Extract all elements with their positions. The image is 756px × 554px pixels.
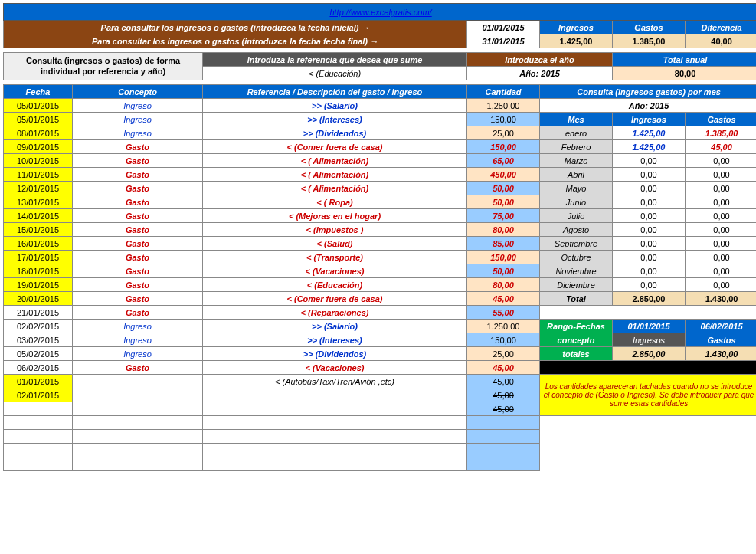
cell-cant[interactable]: 45,00 <box>467 375 540 388</box>
cell-fecha[interactable]: 17/01/2015 <box>4 251 73 264</box>
cell-concepto[interactable]: Gasto <box>73 237 203 251</box>
cell-fecha[interactable]: 01/01/2015 <box>4 375 73 388</box>
cell-concepto[interactable]: Gasto <box>73 264 203 278</box>
cell-ref[interactable]: >> (Intereses) <box>203 113 467 126</box>
year-value[interactable]: Año: 2015 <box>467 67 613 80</box>
cell-ref[interactable]: >> (Salario) <box>203 99 467 113</box>
cell-cant[interactable]: 55,00 <box>467 306 540 320</box>
cell-ref[interactable]: >> (Salario) <box>203 320 467 333</box>
cell-fecha[interactable]: 20/01/2015 <box>4 292 73 306</box>
cell-concepto[interactable] <box>73 388 203 402</box>
cell-concepto[interactable] <box>73 375 203 388</box>
cell-ref[interactable]: < (Mejoras en el hogar) <box>203 209 467 223</box>
cell-cant[interactable]: 50,00 <box>467 195 540 209</box>
cell-fecha[interactable]: 21/01/2015 <box>4 306 73 320</box>
ref-value[interactable]: < (Educación) <box>203 67 467 80</box>
cell-fecha[interactable]: 08/01/2015 <box>4 126 73 140</box>
cell-cant[interactable]: 80,00 <box>467 223 540 237</box>
cell-concepto[interactable]: Gasto <box>73 140 203 154</box>
cell-fecha[interactable]: 14/01/2015 <box>4 209 73 223</box>
cell-cant[interactable]: 1.250,00 <box>467 320 540 333</box>
cell-cant[interactable]: 45,00 <box>467 292 540 306</box>
cell-fecha[interactable] <box>4 402 73 416</box>
cell-cant[interactable]: 85,00 <box>467 237 540 251</box>
cell-ref[interactable]: < (Educación) <box>203 278 467 292</box>
cell-fecha[interactable] <box>4 430 73 444</box>
cell-ref[interactable]: < (Comer fuera de casa) <box>203 292 467 306</box>
cell-concepto[interactable]: Gasto <box>73 209 203 223</box>
cell-cant[interactable]: 150,00 <box>467 251 540 264</box>
cell-ref[interactable]: < (Vacaciones) <box>203 264 467 278</box>
url-bar[interactable]: http://www.excelgratis.com/ <box>4 4 757 21</box>
cell-concepto[interactable] <box>73 416 203 430</box>
cell-fecha[interactable]: 03/02/2015 <box>4 333 73 347</box>
cell-cant[interactable]: 45,00 <box>467 402 540 416</box>
cell-fecha[interactable]: 12/01/2015 <box>4 182 73 195</box>
cell-cant[interactable]: 150,00 <box>467 140 540 154</box>
cell-cant[interactable]: 1.250,00 <box>467 99 540 113</box>
cell-fecha[interactable]: 19/01/2015 <box>4 278 73 292</box>
cell-ref[interactable]: < (Impuestos ) <box>203 223 467 237</box>
cell-concepto[interactable]: Ingreso <box>73 126 203 140</box>
date-start[interactable]: 01/01/2015 <box>467 21 540 34</box>
cell-ref[interactable] <box>203 444 467 457</box>
cell-cant[interactable]: 25,00 <box>467 126 540 140</box>
cell-ref[interactable]: < ( Alimentación) <box>203 182 467 195</box>
cell-ref[interactable] <box>203 402 467 416</box>
date-end[interactable]: 31/01/2015 <box>467 34 540 48</box>
cell-concepto[interactable]: Gasto <box>73 195 203 209</box>
cell-concepto[interactable]: Ingreso <box>73 347 203 361</box>
cell-fecha[interactable]: 16/01/2015 <box>4 237 73 251</box>
cell-ref[interactable]: < ( Ropa) <box>203 195 467 209</box>
cell-concepto[interactable] <box>73 457 203 471</box>
cell-cant[interactable]: 75,00 <box>467 209 540 223</box>
cell-cant[interactable]: 50,00 <box>467 182 540 195</box>
cell-ref[interactable] <box>203 457 467 471</box>
cell-cant[interactable]: 25,00 <box>467 347 540 361</box>
cell-concepto[interactable] <box>73 430 203 444</box>
cell-ref[interactable]: >> (Dividendos) <box>203 126 467 140</box>
cell-cant[interactable]: 45,00 <box>467 361 540 375</box>
cell-cant[interactable] <box>467 457 540 471</box>
cell-fecha[interactable]: 11/01/2015 <box>4 168 73 182</box>
cell-fecha[interactable]: 05/02/2015 <box>4 347 73 361</box>
cell-fecha[interactable]: 15/01/2015 <box>4 223 73 237</box>
cell-ref[interactable] <box>203 430 467 444</box>
cell-ref[interactable] <box>203 388 467 402</box>
cell-fecha[interactable]: 06/02/2015 <box>4 361 73 375</box>
cell-cant[interactable] <box>467 430 540 444</box>
cell-cant[interactable] <box>467 444 540 457</box>
cell-cant[interactable]: 80,00 <box>467 278 540 292</box>
cell-fecha[interactable]: 09/01/2015 <box>4 140 73 154</box>
cell-concepto[interactable]: Gasto <box>73 278 203 292</box>
cell-fecha[interactable]: 05/01/2015 <box>4 113 73 126</box>
cell-concepto[interactable]: Gasto <box>73 223 203 237</box>
cell-cant[interactable]: 50,00 <box>467 264 540 278</box>
cell-ref[interactable]: < ( Alimentación) <box>203 154 467 168</box>
cell-cant[interactable]: 450,00 <box>467 168 540 182</box>
cell-ref[interactable]: < (Reparaciones) <box>203 306 467 320</box>
cell-concepto[interactable]: Gasto <box>73 251 203 264</box>
cell-ref[interactable]: < (Vacaciones) <box>203 361 467 375</box>
cell-ref[interactable] <box>203 416 467 430</box>
cell-cant[interactable] <box>467 416 540 430</box>
cell-ref[interactable]: >> (Dividendos) <box>203 347 467 361</box>
cell-concepto[interactable]: Gasto <box>73 168 203 182</box>
cell-concepto[interactable]: Ingreso <box>73 113 203 126</box>
cell-ref[interactable]: < (Transporte) <box>203 251 467 264</box>
cell-ref[interactable]: < (Comer fuera de casa) <box>203 140 467 154</box>
cell-cant[interactable]: 150,00 <box>467 113 540 126</box>
cell-concepto[interactable]: Ingreso <box>73 333 203 347</box>
cell-cant[interactable]: 65,00 <box>467 154 540 168</box>
cell-fecha[interactable]: 02/02/2015 <box>4 320 73 333</box>
cell-cant[interactable]: 45,00 <box>467 388 540 402</box>
cell-fecha[interactable]: 02/01/2015 <box>4 388 73 402</box>
cell-concepto[interactable]: Gasto <box>73 361 203 375</box>
cell-ref[interactable]: < (Autobús/Taxi/Tren/Avión ,etc) <box>203 375 467 388</box>
cell-ref[interactable]: < (Salud) <box>203 237 467 251</box>
cell-concepto[interactable]: Ingreso <box>73 320 203 333</box>
cell-concepto[interactable] <box>73 444 203 457</box>
cell-fecha[interactable] <box>4 416 73 430</box>
cell-fecha[interactable]: 13/01/2015 <box>4 195 73 209</box>
cell-concepto[interactable]: Ingreso <box>73 99 203 113</box>
